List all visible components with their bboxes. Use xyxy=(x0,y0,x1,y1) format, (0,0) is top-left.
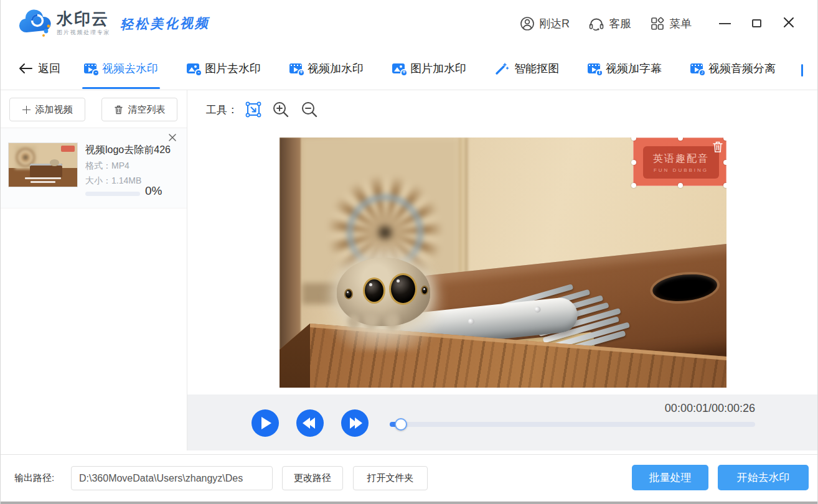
play-icon xyxy=(261,417,271,429)
plus-icon xyxy=(22,106,31,114)
more-tabs-indicator[interactable] xyxy=(801,64,803,77)
video-format-row: 格式：MP4 xyxy=(85,161,129,172)
menu-label: 菜单 xyxy=(669,16,692,31)
magic-wand-icon xyxy=(495,62,509,75)
trash-icon xyxy=(114,105,123,114)
playback-bar: 00:00:01/00:00:26 xyxy=(187,394,818,450)
add-video-button[interactable]: 添加视频 xyxy=(9,98,85,121)
selection-handle[interactable] xyxy=(631,160,636,165)
tab-video-audio-separate[interactable]: ♪ 视频音频分离 xyxy=(690,47,776,90)
remove-item-button[interactable] xyxy=(168,133,179,144)
tab-video-remove-watermark[interactable]: - 视频去水印 xyxy=(84,47,158,90)
video-title: 视频logo去除前426 xyxy=(85,144,171,157)
close-icon xyxy=(783,16,795,29)
back-label: 返回 xyxy=(38,61,60,76)
tab-image-remove-watermark[interactable]: - 图片去水印 xyxy=(187,47,261,90)
close-button[interactable] xyxy=(783,16,795,31)
slider-track[interactable] xyxy=(390,422,755,427)
watermark-selection[interactable]: 英语趣配音 FUN DUBBING xyxy=(633,138,726,186)
video-audio-separate-icon: ♪ xyxy=(690,63,703,73)
clear-list-button[interactable]: 清空列表 xyxy=(101,98,177,121)
video-size-row: 大小：1.14MB xyxy=(85,175,141,187)
marquee-select-icon xyxy=(244,100,263,119)
batch-process-button[interactable]: 批量处理 xyxy=(632,465,708,490)
video-thumbnail xyxy=(8,142,78,187)
user-account-button[interactable]: 刚达R xyxy=(520,16,570,31)
footer-bar: 输出路径: 更改路径 打开文件夹 批量处理 开始去水印 xyxy=(1,454,817,502)
clear-list-label: 清空列表 xyxy=(128,104,166,116)
slider-thumb[interactable] xyxy=(395,418,407,431)
progress-value: 0% xyxy=(145,184,162,198)
selection-handle[interactable] xyxy=(631,183,636,188)
back-button[interactable]: 返回 xyxy=(18,61,60,76)
app-window: 水印云 图片视频处理专家 轻松美化视频 刚达R 客服 xyxy=(0,0,818,504)
change-path-button[interactable]: 更改路径 xyxy=(282,466,343,490)
headset-icon xyxy=(588,16,604,31)
tab-smart-matting[interactable]: 智能抠图 xyxy=(495,47,559,90)
selection-handle[interactable] xyxy=(678,183,683,188)
seek-slider[interactable] xyxy=(390,418,755,431)
brand-name: 水印云 xyxy=(57,11,110,27)
fast-forward-icon xyxy=(350,418,360,429)
maximize-button[interactable] xyxy=(752,19,761,27)
support-label: 客服 xyxy=(609,16,631,31)
marquee-select-tool-button[interactable] xyxy=(243,100,263,119)
watermark-logo: 英语趣配音 FUN DUBBING xyxy=(643,146,719,179)
watermark-text-en: FUN DUBBING xyxy=(654,167,708,173)
rewind-icon xyxy=(305,418,315,429)
image-add-watermark-icon: + xyxy=(392,63,405,73)
tab-video-add-watermark[interactable]: + 视频加水印 xyxy=(289,47,364,90)
title-bar: 水印云 图片视频处理专家 轻松美化视频 刚达R 客服 xyxy=(1,0,817,47)
cloud-logo-icon xyxy=(18,9,52,38)
menu-button[interactable]: 菜单 xyxy=(650,16,692,31)
video-preview[interactable]: 英语趣配音 FUN DUBBING xyxy=(280,138,726,388)
grid-menu-icon xyxy=(650,16,665,31)
start-remove-watermark-button[interactable]: 开始去水印 xyxy=(718,465,809,490)
video-remove-watermark-icon: - xyxy=(84,63,96,73)
video-add-watermark-icon: + xyxy=(289,63,302,73)
image-remove-watermark-icon: - xyxy=(187,63,199,73)
video-list-item[interactable]: 视频logo去除前426 格式：MP4 大小：1.14MB 0% xyxy=(1,128,187,208)
user-name: 刚达R xyxy=(539,16,570,31)
play-button[interactable] xyxy=(252,409,279,437)
brand-slogan: 轻松美化视频 xyxy=(120,14,210,33)
video-subtitle-icon: T xyxy=(588,63,600,73)
selection-handle[interactable] xyxy=(631,138,636,141)
time-display: 00:00:01/00:00:26 xyxy=(665,402,755,415)
zoom-in-button[interactable] xyxy=(271,100,291,119)
zoom-in-icon xyxy=(271,100,290,119)
fast-forward-button[interactable] xyxy=(341,409,369,437)
output-path-input[interactable] xyxy=(71,466,273,490)
selection-handle[interactable] xyxy=(678,138,683,141)
tools-label: 工具： xyxy=(206,103,238,117)
support-button[interactable]: 客服 xyxy=(588,16,631,31)
back-arrow-icon xyxy=(18,63,33,74)
watermark-text-cn: 英语趣配音 xyxy=(653,152,709,166)
sidebar: 添加视频 清空列表 xyxy=(1,90,187,450)
zoom-out-button[interactable] xyxy=(299,100,319,119)
rewind-button[interactable] xyxy=(296,409,324,437)
selection-handle[interactable] xyxy=(723,160,726,165)
brand-subtitle: 图片视频处理专家 xyxy=(57,29,110,37)
brand: 水印云 图片视频处理专家 轻松美化视频 xyxy=(18,9,210,38)
open-folder-button[interactable]: 打开文件夹 xyxy=(353,466,428,490)
close-item-icon xyxy=(168,133,177,142)
minimize-icon xyxy=(719,23,731,24)
output-path-label: 输出路径: xyxy=(14,472,54,484)
zoom-out-icon xyxy=(300,100,319,119)
minimize-button[interactable] xyxy=(719,23,731,24)
window-bottom-edge xyxy=(1,502,817,504)
video-list: 视频logo去除前426 格式：MP4 大小：1.14MB 0% xyxy=(1,128,187,208)
trash-white-icon xyxy=(712,141,723,153)
tab-video-add-subtitle[interactable]: T 视频加字幕 xyxy=(588,47,662,90)
scene-spider xyxy=(334,251,434,337)
progress-bar xyxy=(85,192,140,196)
thumbnail-watermark xyxy=(61,146,75,152)
tab-image-add-watermark[interactable]: + 图片加水印 xyxy=(392,47,466,90)
toolbar: 工具： xyxy=(187,90,818,129)
maximize-icon xyxy=(752,19,761,27)
tab-bar: 返回 - 视频去水印 - 图片去水印 + 视频加水印 xyxy=(1,47,817,90)
delete-watermark-button[interactable] xyxy=(711,139,725,154)
selection-handle[interactable] xyxy=(723,183,726,188)
add-video-label: 添加视频 xyxy=(35,104,73,116)
